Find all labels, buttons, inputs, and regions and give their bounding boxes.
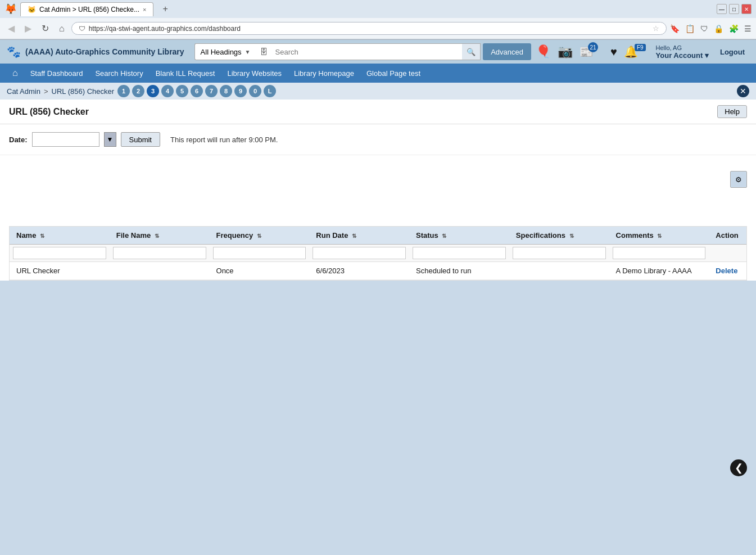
col-header-run-date[interactable]: Run Date ⇅ xyxy=(309,227,409,245)
breadcrumb-num-5[interactable]: 5 xyxy=(176,85,188,97)
breadcrumb-page: URL (856) Checker xyxy=(52,87,115,96)
gear-icon: ⚙ xyxy=(735,175,742,184)
breadcrumb-num-2[interactable]: 2 xyxy=(132,85,144,97)
breadcrumb-num-6[interactable]: 6 xyxy=(191,85,203,97)
logout-button[interactable]: Logout xyxy=(716,46,749,58)
filter-rundate-input[interactable] xyxy=(313,247,406,259)
col-header-frequency[interactable]: Frequency ⇅ xyxy=(210,227,310,245)
back-browser-button[interactable]: ◀ xyxy=(4,22,18,35)
chevron-down-icon: ▼ xyxy=(245,49,251,55)
minimize-button[interactable]: — xyxy=(717,4,727,14)
shield-nav-icon[interactable]: 🛡 xyxy=(700,24,708,33)
heart-icon[interactable]: ♥ xyxy=(610,46,617,58)
tab-close-button[interactable]: × xyxy=(143,6,146,13)
hello-label: Hello, AG xyxy=(656,44,709,51)
sort-rundate-icon: ⇅ xyxy=(352,233,356,239)
col-specs-label: Specifications xyxy=(516,231,565,240)
forward-browser-button[interactable]: ▶ xyxy=(21,22,35,35)
filter-comments-input[interactable] xyxy=(613,247,706,259)
row-rundate: 6/6/2023 xyxy=(309,262,409,280)
sort-comments-icon: ⇅ xyxy=(657,233,662,239)
balloon-icon[interactable]: 🎈 xyxy=(536,44,551,59)
advanced-button[interactable]: Advanced xyxy=(483,43,531,60)
breadcrumb-num-1[interactable]: 1 xyxy=(117,85,130,97)
star-icon: ☆ xyxy=(653,24,659,33)
nav-library-websites[interactable]: Library Websites xyxy=(221,66,287,81)
col-header-file-name[interactable]: File Name ⇅ xyxy=(110,227,210,245)
nav-global-page-test[interactable]: Global Page test xyxy=(361,66,426,81)
breadcrumb-num-0[interactable]: 0 xyxy=(249,85,261,97)
breadcrumb-letter-l[interactable]: L xyxy=(264,85,276,97)
row-frequency: Once xyxy=(210,262,310,280)
url-input[interactable] xyxy=(89,25,649,33)
filter-filename-input[interactable] xyxy=(113,247,206,259)
breadcrumb-num-4[interactable]: 4 xyxy=(161,85,174,97)
camera-icon[interactable]: 📷 xyxy=(558,44,573,59)
form-area: Date: ▼ Submit This report will run afte… xyxy=(0,124,756,155)
filter-frequency-input[interactable] xyxy=(213,247,306,259)
new-tab-button[interactable]: + xyxy=(157,1,173,17)
breadcrumb-num-3[interactable]: 3 xyxy=(147,85,159,97)
search-input[interactable] xyxy=(271,43,463,60)
account-area[interactable]: Hello, AG Your Account ▾ xyxy=(656,44,709,60)
row-action[interactable]: Delete xyxy=(709,262,746,280)
nav-menu: ⌂ Staff Dashboard Search History Blank I… xyxy=(0,64,756,83)
extension-icon[interactable]: 🧩 xyxy=(729,24,739,33)
database-icon[interactable]: 🗄 xyxy=(256,43,271,60)
browser-nav-bar: ◀ ▶ ↻ ⌂ 🛡 ☆ 🔖 📋 🛡 🔒 🧩 ☰ xyxy=(0,18,756,39)
col-header-specifications[interactable]: Specifications ⇅ xyxy=(509,227,609,245)
date-label: Date: xyxy=(9,136,28,144)
notification-count-badge: 21 xyxy=(588,42,598,52)
home-nav-button[interactable]: ⌂ xyxy=(56,22,68,35)
date-input[interactable] xyxy=(32,132,99,147)
reload-button[interactable]: ↻ xyxy=(38,22,52,35)
delete-link[interactable]: Delete xyxy=(716,267,737,275)
help-button[interactable]: Help xyxy=(717,105,747,118)
sort-filename-icon: ⇅ xyxy=(155,233,159,239)
screenshot-icon[interactable]: 📋 xyxy=(685,24,695,33)
breadcrumb-cat-admin[interactable]: Cat Admin xyxy=(7,87,40,96)
col-header-name[interactable]: Name ⇅ xyxy=(10,227,110,245)
bookmark-icon[interactable]: 🔖 xyxy=(670,24,680,33)
maximize-button[interactable]: □ xyxy=(729,4,739,14)
filter-status-input[interactable] xyxy=(413,247,506,259)
heart-area: ♥ xyxy=(610,46,617,58)
breadcrumb-num-7[interactable]: 7 xyxy=(205,85,218,97)
report-note: This report will run after 9:00 PM. xyxy=(170,136,278,144)
breadcrumb-num-9[interactable]: 9 xyxy=(234,85,247,97)
breadcrumb-close-button[interactable]: ✕ xyxy=(737,85,749,97)
filter-specs-input[interactable] xyxy=(513,247,606,259)
address-bar[interactable]: 🛡 ☆ xyxy=(71,22,667,35)
filter-row xyxy=(10,245,746,262)
your-account-label: Your Account ▾ xyxy=(656,51,709,60)
search-dropdown-label: All Headings xyxy=(201,48,242,56)
sort-name-icon: ⇅ xyxy=(40,233,44,239)
data-table: Name ⇅ File Name ⇅ Frequency ⇅ Run Date … xyxy=(10,227,746,280)
menu-icon[interactable]: ☰ xyxy=(744,24,752,33)
settings-gear-button[interactable]: ⚙ xyxy=(730,171,747,188)
lock-icon[interactable]: 🔒 xyxy=(714,24,723,33)
home-icon[interactable]: ⌂ xyxy=(7,65,24,82)
search-dropdown[interactable]: All Headings ▼ xyxy=(194,43,256,60)
table-container: Name ⇅ File Name ⇅ Frequency ⇅ Run Date … xyxy=(9,226,747,281)
calendar-button[interactable]: ▼ xyxy=(104,132,116,147)
nav-staff-dashboard[interactable]: Staff Dashboard xyxy=(25,66,89,81)
col-header-status[interactable]: Status ⇅ xyxy=(409,227,509,245)
browser-tab[interactable]: 🐱 Cat Admin > URL (856) Checke... × xyxy=(20,2,153,16)
table-row: URL Checker Once 6/6/2023 Scheduled to r… xyxy=(10,262,746,280)
nav-library-homepage[interactable]: Library Homepage xyxy=(288,66,360,81)
page-title: URL (856) Checker xyxy=(9,107,89,117)
search-go-button[interactable]: 🔍 xyxy=(462,43,481,60)
col-action-label: Action xyxy=(716,231,738,240)
filter-name-input[interactable] xyxy=(13,247,106,259)
col-header-comments[interactable]: Comments ⇅ xyxy=(609,227,709,245)
nav-blank-ill[interactable]: Blank ILL Request xyxy=(150,66,221,81)
nav-search-history[interactable]: Search History xyxy=(89,66,148,81)
submit-button[interactable]: Submit xyxy=(121,132,160,147)
close-button[interactable]: ✕ xyxy=(741,4,752,14)
breadcrumb-num-8[interactable]: 8 xyxy=(220,85,232,97)
secure-icon: 🛡 xyxy=(79,25,85,33)
tab-favicon: 🐱 xyxy=(28,6,36,13)
breadcrumb-bar: Cat Admin > URL (856) Checker 1 2 3 4 5 … xyxy=(0,83,756,100)
sort-status-icon: ⇅ xyxy=(442,233,446,239)
